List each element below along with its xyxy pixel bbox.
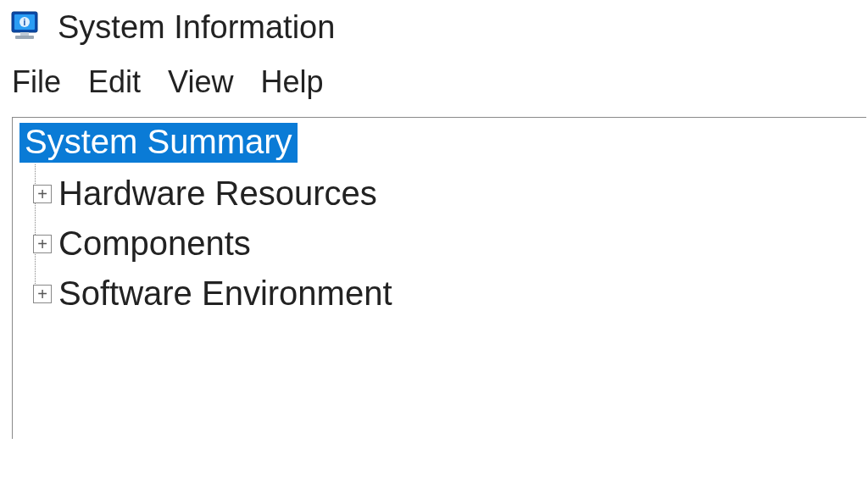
menu-edit[interactable]: Edit [88, 64, 141, 100]
svg-rect-4 [20, 32, 29, 36]
tree-item-label: Hardware Resources [58, 175, 377, 213]
title-bar: i System Information [0, 0, 868, 51]
app-title: System Information [58, 9, 335, 46]
tree-item-label: Components [58, 225, 251, 263]
expand-icon[interactable]: + [33, 185, 52, 203]
expand-icon[interactable]: + [33, 285, 52, 303]
tree-root-system-summary[interactable]: System Summary [19, 123, 866, 163]
svg-text:i: i [24, 18, 26, 27]
svg-rect-5 [15, 36, 34, 39]
tree-item-label: Software Environment [58, 274, 392, 313]
tree-item-software-environment[interactable]: + Software Environment [26, 274, 866, 313]
menu-bar: File Edit View Help [0, 51, 868, 115]
menu-view[interactable]: View [168, 64, 233, 100]
menu-file[interactable]: File [12, 64, 61, 100]
system-info-icon: i [8, 8, 46, 46]
tree-item-components[interactable]: + Components [26, 225, 866, 263]
tree-root-label: System Summary [19, 123, 298, 163]
tree-item-hardware-resources[interactable]: + Hardware Resources [26, 175, 866, 213]
expand-icon[interactable]: + [33, 235, 52, 253]
tree-pane: System Summary + Hardware Resources + Co… [12, 117, 866, 439]
menu-help[interactable]: Help [260, 64, 323, 100]
